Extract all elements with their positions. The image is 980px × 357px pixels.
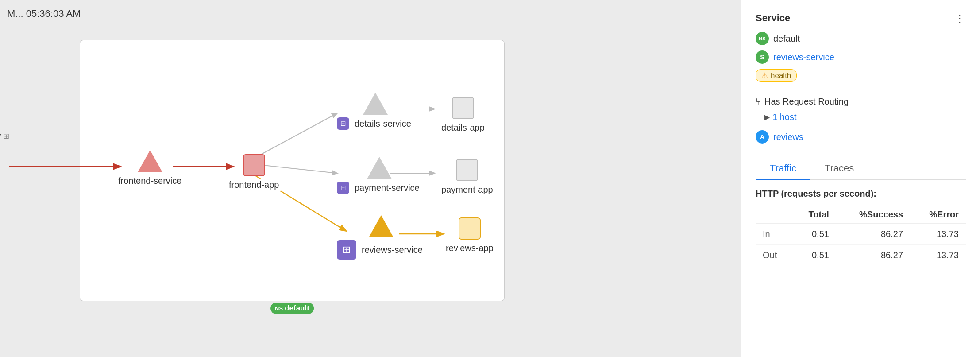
details-app-label: details-app — [439, 122, 487, 134]
ns-default-label: default — [773, 34, 800, 44]
details-service-node[interactable]: ⊞ details-service — [337, 93, 414, 130]
divider-2 — [756, 151, 966, 151]
payment-app-label: payment-app — [439, 184, 496, 196]
frontend-service-label: frontend-service — [116, 175, 184, 187]
col-total: Total — [792, 206, 836, 224]
reviews-service-badge: ⊞ — [337, 240, 356, 260]
health-badge[interactable]: health — [756, 69, 797, 82]
graph-container: frontend-service frontend-app ⊞ details-… — [80, 40, 505, 301]
panel-title: Service — [756, 12, 966, 24]
row-in-success: 86.27 — [836, 224, 910, 245]
frontend-service-triangle — [138, 150, 162, 172]
divider-1 — [756, 89, 966, 89]
frontend-app-node[interactable]: frontend-app — [226, 154, 282, 191]
host-row: ▶ 1 host — [756, 112, 966, 122]
app-dot: A — [756, 130, 769, 144]
row-out-error: 13.73 — [910, 245, 966, 266]
fork-icon: ⑂ — [756, 97, 761, 107]
col-error: %Error — [910, 206, 966, 224]
reviews-service-triangle — [369, 215, 394, 237]
service-row: S reviews-service — [756, 50, 966, 64]
ingress-gateway-node[interactable]: ✳ istio-ingressgatew ⊞ istio-system — [0, 106, 9, 153]
svg-line-3 — [255, 113, 337, 158]
payment-service-node[interactable]: ⊞ payment-service — [337, 157, 422, 194]
http-subtitle: HTTP (requests per second): — [756, 189, 966, 199]
health-row: health — [756, 69, 966, 82]
service-dot: S — [756, 50, 769, 64]
timestamp: M... 05:36:03 AM — [7, 8, 81, 19]
table-row: In 0.51 86.27 13.73 — [756, 224, 966, 245]
frontend-app-label: frontend-app — [226, 179, 282, 191]
payment-service-label: payment-service — [352, 182, 422, 194]
ns-default-row: NS default — [756, 32, 966, 45]
routing-row: ⑂ Has Request Routing — [756, 97, 966, 107]
chevron-right-icon[interactable]: ▶ — [764, 113, 770, 121]
details-service-badge: ⊞ — [337, 117, 349, 130]
reviews-app-node[interactable]: reviews-app — [443, 217, 496, 254]
row-in-error: 13.73 — [910, 224, 966, 245]
row-out-direction: Out — [756, 245, 792, 266]
more-options-button[interactable]: ⋮ — [954, 12, 966, 25]
host-link[interactable]: 1 host — [772, 112, 796, 122]
details-app-square — [452, 97, 474, 119]
ingress-label: istio-ingressgatew ⊞ — [0, 131, 9, 141]
table-row: Out 0.51 86.27 13.73 — [756, 245, 966, 266]
payment-service-badge: ⊞ — [337, 182, 349, 194]
tab-traces[interactable]: Traces — [810, 158, 868, 180]
routing-text: Has Request Routing — [764, 97, 849, 107]
row-out-success: 86.27 — [836, 245, 910, 266]
reviews-service-node[interactable]: ⊞ reviews-service — [337, 215, 425, 260]
details-service-label: details-service — [352, 118, 414, 130]
col-direction — [756, 206, 792, 224]
col-success: %Success — [836, 206, 910, 224]
app-reviews-row: A reviews — [756, 130, 966, 144]
frontend-app-square — [243, 154, 265, 176]
service-link[interactable]: reviews-service — [773, 52, 834, 62]
right-panel: ⋮ Service NS default S reviews-service h… — [741, 0, 980, 357]
row-in-direction: In — [756, 224, 792, 245]
payment-app-square — [456, 159, 478, 181]
payment-service-triangle — [367, 157, 392, 179]
reviews-app-label: reviews-app — [443, 242, 496, 254]
payment-app-node[interactable]: payment-app — [439, 159, 496, 196]
ns-dot: NS — [756, 32, 769, 45]
canvas-area: M... 05:36:03 AM → ✳ istio-ingressgatew … — [0, 0, 741, 357]
tabs-row: Traffic Traces — [756, 158, 966, 180]
reviews-app-square — [459, 217, 481, 240]
frontend-service-node[interactable]: frontend-service — [116, 150, 184, 187]
app-reviews-link[interactable]: reviews — [773, 132, 803, 142]
default-ns-badge: default — [270, 303, 314, 314]
reviews-service-label: reviews-service — [359, 244, 425, 256]
row-out-total: 0.51 — [792, 245, 836, 266]
tab-traffic[interactable]: Traffic — [756, 158, 810, 180]
details-service-triangle — [363, 93, 388, 115]
traffic-table: Total %Success %Error In 0.51 86.27 13.7… — [756, 206, 966, 266]
row-in-total: 0.51 — [792, 224, 836, 245]
details-app-node[interactable]: details-app — [439, 97, 487, 134]
